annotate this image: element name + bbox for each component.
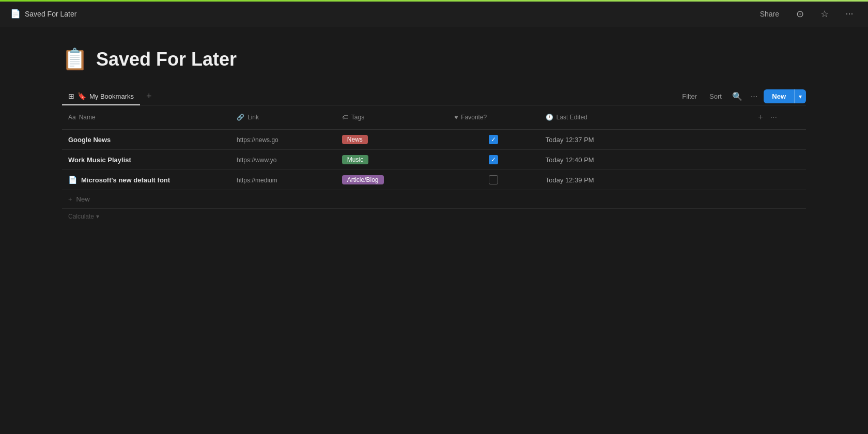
tags-col-icon: 🏷 [342, 114, 348, 121]
edited-col-label: Last Edited [556, 114, 587, 121]
row-1-name-cell[interactable]: Google News [62, 130, 230, 150]
topbar-left: 📄 Saved For Later [10, 9, 76, 19]
calculate-label: Calculate [68, 213, 94, 220]
table-header-row: Aa Name 🔗 Link 🏷 Tags [62, 105, 806, 130]
table-row: 📄 Microsoft's new default font https://m… [62, 170, 806, 190]
more-options-button[interactable]: ··· [841, 6, 858, 22]
add-new-plus-icon: + [68, 195, 72, 203]
main-content: 📋 Saved For Later ⊞ 🔖 My Bookmarks + Fil… [0, 26, 868, 245]
tags-col-label: Tags [351, 114, 364, 121]
row-3-actions-cell [750, 170, 806, 190]
row-3-name-cell[interactable]: 📄 Microsoft's new default font [62, 170, 230, 190]
row-2-tags-cell[interactable]: Music [336, 150, 448, 170]
row-3-favorite-cell[interactable] [448, 170, 539, 190]
add-column-button[interactable]: + [756, 111, 765, 124]
add-new-label: New [76, 195, 90, 203]
row-2-checkbox-checked[interactable]: ✓ [489, 155, 498, 164]
row-1-actions-cell [750, 130, 806, 150]
more-view-icon: ··· [751, 92, 757, 101]
row-2-tag-badge: Music [342, 155, 368, 164]
page-title: Saved For Later [96, 49, 237, 70]
tabs-row: ⊞ 🔖 My Bookmarks + Filter Sort 🔍 ··· New… [62, 88, 806, 105]
link-col-label: Link [247, 114, 259, 121]
row-3-tag-badge: Article/Blog [342, 175, 384, 184]
filter-button[interactable]: Filter [678, 90, 701, 102]
row-3-doc-icon: 📄 [68, 176, 77, 184]
row-3-edited-cell: Today 12:39 PM [539, 170, 750, 190]
row-1-tag-badge: News [342, 135, 368, 144]
add-new-row[interactable]: + New [62, 190, 806, 209]
col-header-actions: + ··· [750, 105, 806, 130]
row-2-actions-cell [750, 150, 806, 170]
fav-col-label: Favorite? [461, 114, 487, 121]
page-title-row: 📋 Saved For Later [62, 47, 806, 71]
row-2-link: https://www.yo [237, 157, 276, 164]
row-1-favorite-cell[interactable]: ✓ [448, 130, 539, 150]
tabs-actions: Filter Sort 🔍 ··· New ▾ [678, 89, 806, 103]
search-icon: 🔍 [732, 91, 742, 101]
row-2-edited-cell: Today 12:40 PM [539, 150, 750, 170]
row-3-name-label: Microsoft's new default font [81, 176, 170, 184]
star-icon: ☆ [820, 8, 829, 20]
row-1-edited-cell: Today 12:37 PM [539, 130, 750, 150]
calculate-button[interactable]: Calculate ▾ [68, 213, 99, 220]
page-icon-small: 📄 [10, 9, 21, 19]
history-icon: ⊙ [796, 8, 804, 20]
col-header-favorite[interactable]: ♥ Favorite? [448, 105, 539, 130]
fav-col-icon: ♥ [454, 114, 458, 121]
edited-col-icon: 🕐 [546, 114, 553, 121]
topbar: 📄 Saved For Later Share ⊙ ☆ ··· [0, 2, 868, 26]
row-1-link-cell[interactable]: https://news.go [230, 130, 336, 150]
new-record-dropdown-button[interactable]: ▾ [794, 89, 806, 103]
row-3-tags-cell[interactable]: Article/Blog [336, 170, 448, 190]
row-2-name-label: Work Music Playlist [68, 156, 131, 164]
tab-grid-icon: ⊞ [68, 92, 74, 100]
new-button-group: New ▾ [764, 89, 806, 103]
row-3-checkbox-unchecked[interactable] [489, 175, 498, 184]
row-3-edited-date: Today 12:39 PM [546, 176, 594, 184]
row-1-tags-cell[interactable]: News [336, 130, 448, 150]
link-col-icon: 🔗 [237, 114, 244, 121]
col-more-options-button[interactable]: ··· [768, 111, 779, 124]
share-button[interactable]: Share [756, 8, 783, 20]
row-2-edited-date: Today 12:40 PM [546, 156, 594, 164]
page-title-icon: 📋 [62, 47, 88, 71]
sort-button[interactable]: Sort [705, 90, 726, 102]
topbar-right: Share ⊙ ☆ ··· [756, 6, 858, 22]
col-header-tags[interactable]: 🏷 Tags [336, 105, 448, 130]
name-col-label: Name [79, 114, 96, 121]
name-col-icon: Aa [68, 114, 76, 121]
tab-label: My Bookmarks [89, 92, 134, 100]
search-button[interactable]: 🔍 [730, 89, 745, 103]
more-icon: ··· [845, 8, 853, 19]
row-2-favorite-cell[interactable]: ✓ [448, 150, 539, 170]
add-view-button[interactable]: + [142, 89, 156, 104]
database-table: Aa Name 🔗 Link 🏷 Tags [62, 105, 806, 190]
row-3-name-text: Microsoft's new default font [81, 176, 170, 184]
chevron-down-icon: ▾ [799, 93, 802, 100]
col-header-name[interactable]: Aa Name [62, 105, 230, 130]
tab-my-bookmarks[interactable]: ⊞ 🔖 My Bookmarks [62, 88, 140, 105]
history-button[interactable]: ⊙ [792, 6, 808, 22]
table-row: Work Music Playlist https://www.yo Music… [62, 150, 806, 170]
row-1-link: https://news.go [237, 136, 278, 144]
col-header-link[interactable]: 🔗 Link [230, 105, 336, 130]
calculate-chevron-icon: ▾ [96, 213, 99, 220]
row-1-edited-date: Today 12:37 PM [546, 136, 594, 144]
row-2-name-cell[interactable]: Work Music Playlist [62, 150, 230, 170]
row-1-name-label: Google News [68, 136, 111, 144]
col-header-last-edited[interactable]: 🕐 Last Edited [539, 105, 750, 130]
row-3-link-cell[interactable]: https://medium [230, 170, 336, 190]
row-3-link: https://medium [237, 177, 277, 184]
row-2-link-cell[interactable]: https://www.yo [230, 150, 336, 170]
calculate-row: Calculate ▾ [62, 209, 806, 224]
new-record-button[interactable]: New [764, 89, 794, 103]
topbar-title: Saved For Later [25, 10, 76, 18]
row-1-checkbox-checked[interactable]: ✓ [489, 135, 498, 144]
star-button[interactable]: ☆ [816, 6, 833, 22]
table-row: Google News https://news.go News ✓ Today… [62, 130, 806, 150]
tab-bookmark-icon: 🔖 [78, 92, 86, 100]
more-view-options-button[interactable]: ··· [749, 90, 760, 103]
